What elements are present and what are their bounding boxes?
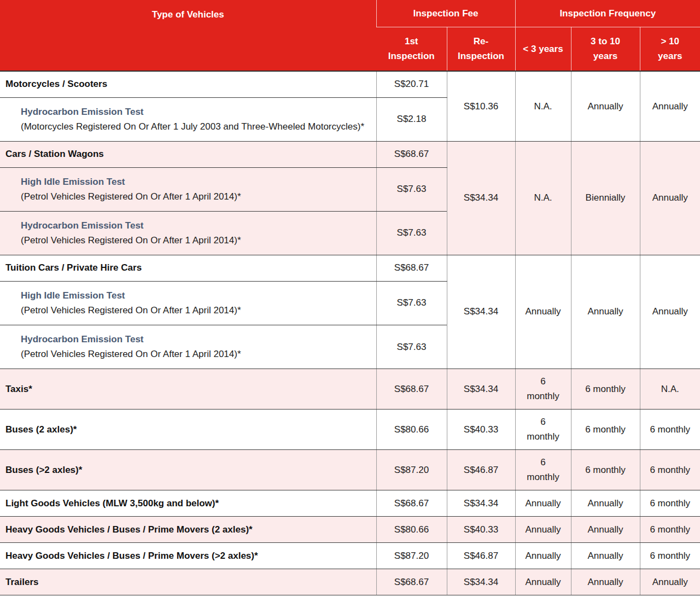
freq-over-10-years-cell: 6 monthly — [640, 409, 700, 449]
emission-test-description: (Petrol Vehicles Registered On Or After … — [21, 189, 370, 204]
emission-test-title: Hydrocarbon Emission Test — [21, 104, 370, 120]
freq-under-3-years-cell: N.A. — [515, 71, 571, 141]
emission-test-title: Hydrocarbon Emission Test — [21, 218, 370, 233]
re-inspection-fee-cell: S$40.33 — [447, 517, 515, 543]
inspection-fee-table: Type of Vehicles Inspection Fee Inspecti… — [0, 0, 700, 595]
emission-test-title: High Idle Emission Test — [21, 174, 370, 190]
emission-test-description: (Petrol Vehicles Registered On Or After … — [21, 347, 370, 362]
table-row: Motorcycles / ScootersS$20.71S$10.36N.A.… — [0, 71, 700, 97]
re-inspection-fee-cell: S$34.34 — [447, 490, 515, 517]
first-inspection-fee-cell: S$68.67 — [376, 255, 447, 281]
freq-3-to-10-years-cell: Annually — [571, 517, 640, 543]
header-inspection-fee: Inspection Fee — [376, 0, 515, 27]
re-inspection-fee-cell: S$46.87 — [447, 449, 515, 490]
table-body: Motorcycles / ScootersS$20.71S$10.36N.A.… — [0, 71, 700, 595]
freq-under-3-years-cell: 6 monthly — [515, 449, 571, 490]
freq-3-to-10-years-cell: 6 monthly — [571, 409, 640, 449]
freq-over-10-years-cell: Annually — [640, 569, 700, 595]
vehicle-type-cell: Motorcycles / Scooters — [0, 71, 376, 97]
re-inspection-fee-cell: S$46.87 — [447, 543, 515, 569]
freq-3-to-10-years-cell: Annually — [571, 71, 640, 141]
table-row: Heavy Goods Vehicles / Buses / Prime Mov… — [0, 517, 700, 543]
vehicle-type-cell: Cars / Station Wagons — [0, 141, 376, 167]
freq-3-to-10-years-cell: 6 monthly — [571, 369, 640, 409]
table-row: Tuition Cars / Private Hire CarsS$68.67S… — [0, 255, 700, 281]
freq-3-to-10-years-cell: Annually — [571, 255, 640, 369]
emission-test-description: (Petrol Vehicles Registered On Or After … — [21, 233, 370, 248]
first-inspection-fee-cell: S$7.63 — [376, 167, 447, 211]
freq-over-10-years-cell: Annually — [640, 141, 700, 255]
first-inspection-fee-cell: S$20.71 — [376, 71, 447, 97]
re-inspection-fee-cell: S$10.36 — [447, 71, 515, 141]
freq-3-to-10-years-cell: Annually — [571, 543, 640, 569]
emission-test-cell: High Idle Emission Test(Petrol Vehicles … — [0, 281, 376, 325]
emission-test-title: High Idle Emission Test — [21, 288, 370, 303]
freq-over-10-years-cell: Annually — [640, 255, 700, 369]
emission-test-description: (Petrol Vehicles Registered On Or After … — [21, 303, 370, 318]
first-inspection-fee-cell: S$7.63 — [376, 325, 447, 369]
table-row: Light Goods Vehicles (MLW 3,500kg and be… — [0, 490, 700, 517]
first-inspection-fee-cell: S$68.67 — [376, 490, 447, 517]
freq-3-to-10-years-cell: Annually — [571, 569, 640, 595]
freq-under-3-years-cell: N.A. — [515, 141, 571, 255]
re-inspection-fee-cell: S$34.34 — [447, 569, 515, 595]
freq-under-3-years-cell: Annually — [515, 569, 571, 595]
freq-under-3-years-cell: Annually — [515, 543, 571, 569]
table-row: TrailersS$68.67S$34.34AnnuallyAnnuallyAn… — [0, 569, 700, 595]
freq-over-10-years-cell: 6 monthly — [640, 543, 700, 569]
freq-under-3-years-cell: Annually — [515, 517, 571, 543]
freq-under-3-years-cell: 6 monthly — [515, 369, 571, 409]
re-inspection-fee-cell: S$34.34 — [447, 369, 515, 409]
table-row: Buses (2 axles)*S$80.66S$40.336 monthly6… — [0, 409, 700, 449]
freq-over-10-years-cell: 6 monthly — [640, 517, 700, 543]
first-inspection-fee-cell: S$87.20 — [376, 449, 447, 490]
first-inspection-fee-cell: S$7.63 — [376, 281, 447, 325]
freq-under-3-years-cell: 6 monthly — [515, 409, 571, 449]
header-re-inspection: Re- Inspection — [447, 27, 515, 71]
header-3-to-10-years: 3 to 10 years — [571, 27, 640, 71]
emission-test-cell: High Idle Emission Test(Petrol Vehicles … — [0, 167, 376, 211]
first-inspection-fee-cell: S$68.67 — [376, 141, 447, 167]
first-inspection-fee-cell: S$87.20 — [376, 543, 447, 569]
header-type-of-vehicles: Type of Vehicles — [0, 0, 376, 71]
first-inspection-fee-cell: S$7.63 — [376, 211, 447, 255]
freq-over-10-years-cell: Annually — [640, 71, 700, 141]
vehicle-type-cell: Trailers — [0, 569, 376, 595]
freq-3-to-10-years-cell: Annually — [571, 490, 640, 517]
emission-test-cell: Hydrocarbon Emission Test(Petrol Vehicle… — [0, 325, 376, 369]
vehicle-type-cell: Taxis* — [0, 369, 376, 409]
freq-3-to-10-years-cell: Biennially — [571, 141, 640, 255]
first-inspection-fee-cell: S$80.66 — [376, 517, 447, 543]
table-row: Heavy Goods Vehicles / Buses / Prime Mov… — [0, 543, 700, 569]
freq-3-to-10-years-cell: 6 monthly — [571, 449, 640, 490]
freq-over-10-years-cell: 6 monthly — [640, 490, 700, 517]
table-row: Taxis*S$68.67S$34.346 monthly6 monthlyN.… — [0, 369, 700, 409]
emission-test-title: Hydrocarbon Emission Test — [21, 332, 370, 347]
vehicle-type-cell: Buses (>2 axles)* — [0, 449, 376, 490]
freq-under-3-years-cell: Annually — [515, 490, 571, 517]
freq-over-10-years-cell: N.A. — [640, 369, 700, 409]
freq-under-3-years-cell: Annually — [515, 255, 571, 369]
freq-over-10-years-cell: 6 monthly — [640, 449, 700, 490]
emission-test-cell: Hydrocarbon Emission Test(Petrol Vehicle… — [0, 211, 376, 255]
header-under-3-years: < 3 years — [515, 27, 571, 71]
header-group-row: Type of Vehicles Inspection Fee Inspecti… — [0, 0, 700, 27]
first-inspection-fee-cell: S$68.67 — [376, 369, 447, 409]
header-inspection-frequency: Inspection Frequency — [515, 0, 700, 27]
table-row: Cars / Station WagonsS$68.67S$34.34N.A.B… — [0, 141, 700, 167]
first-inspection-fee-cell: S$80.66 — [376, 409, 447, 449]
header-over-10-years: > 10 years — [640, 27, 700, 71]
vehicle-type-cell: Tuition Cars / Private Hire Cars — [0, 255, 376, 281]
first-inspection-fee-cell: S$68.67 — [376, 569, 447, 595]
first-inspection-fee-cell: S$2.18 — [376, 97, 447, 141]
table-header: Type of Vehicles Inspection Fee Inspecti… — [0, 0, 700, 71]
vehicle-type-cell: Light Goods Vehicles (MLW 3,500kg and be… — [0, 490, 376, 517]
vehicle-type-cell: Buses (2 axles)* — [0, 409, 376, 449]
vehicle-type-cell: Heavy Goods Vehicles / Buses / Prime Mov… — [0, 517, 376, 543]
header-first-inspection: 1st Inspection — [376, 27, 447, 71]
emission-test-description: (Motorcycles Registered On Or After 1 Ju… — [21, 119, 370, 135]
re-inspection-fee-cell: S$34.34 — [447, 141, 515, 255]
re-inspection-fee-cell: S$34.34 — [447, 255, 515, 369]
table-row: Buses (>2 axles)*S$87.20S$46.876 monthly… — [0, 449, 700, 490]
vehicle-type-cell: Heavy Goods Vehicles / Buses / Prime Mov… — [0, 543, 376, 569]
